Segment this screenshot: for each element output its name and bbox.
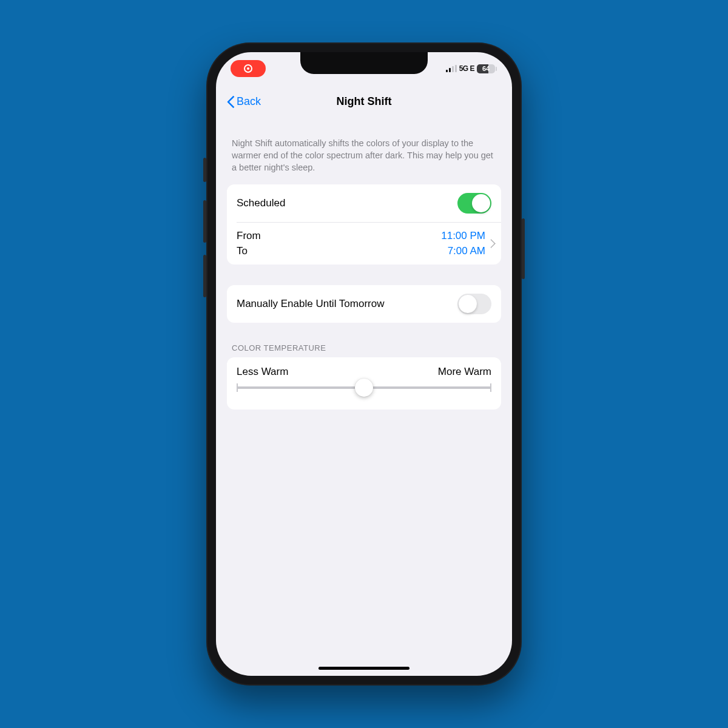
- manual-enable-label: Manually Enable Until Tomorrow: [237, 298, 384, 310]
- schedule-time-row[interactable]: From To 11:00 PM 7:00 AM: [227, 223, 501, 265]
- side-button-silent: [203, 158, 206, 182]
- more-warm-label: More Warm: [438, 366, 491, 378]
- home-indicator[interactable]: [318, 667, 410, 670]
- side-button-volume-down: [203, 255, 206, 297]
- color-temperature-slider[interactable]: [237, 386, 491, 389]
- slider-thumb[interactable]: [355, 379, 373, 397]
- from-time: 11:00 PM: [441, 229, 485, 244]
- scheduled-row: Scheduled: [227, 184, 501, 222]
- back-button[interactable]: Back: [227, 95, 261, 108]
- less-warm-label: Less Warm: [237, 366, 288, 378]
- manual-enable-row: Manually Enable Until Tomorrow: [227, 285, 501, 323]
- manual-enable-toggle[interactable]: [457, 294, 491, 314]
- phone-frame: 5G E 64 Back Night Shift Night Shift aut…: [206, 42, 522, 686]
- battery-icon: 64: [477, 64, 495, 73]
- chevron-right-icon: [489, 239, 495, 249]
- scheduled-group: Scheduled From To 11:00 PM 7:00 AM: [227, 184, 501, 265]
- to-label: To: [237, 244, 441, 259]
- manual-group: Manually Enable Until Tomorrow: [227, 285, 501, 323]
- scheduled-label: Scheduled: [237, 197, 285, 209]
- page-title: Night Shift: [337, 95, 392, 108]
- navigation-bar: Back Night Shift: [216, 85, 512, 118]
- chevron-left-icon: [227, 95, 234, 107]
- side-button-volume-up: [203, 200, 206, 243]
- back-label: Back: [237, 95, 261, 108]
- scheduled-toggle[interactable]: [457, 193, 491, 214]
- screen-recording-pill[interactable]: [231, 60, 266, 77]
- network-label: 5G E: [459, 64, 474, 73]
- cellular-signal-icon: [446, 65, 457, 72]
- description-text: Night Shift automatically shifts the col…: [227, 118, 501, 184]
- notch: [300, 52, 428, 74]
- to-time: 7:00 AM: [441, 244, 485, 259]
- record-icon: [244, 64, 252, 73]
- screen: 5G E 64 Back Night Shift Night Shift aut…: [216, 52, 512, 676]
- battery-percent: 64: [482, 65, 490, 72]
- color-temperature-header: COLOR TEMPERATURE: [227, 343, 501, 357]
- color-temperature-group: Less Warm More Warm: [227, 357, 501, 410]
- from-label: From: [237, 229, 441, 244]
- side-button-power: [522, 218, 525, 279]
